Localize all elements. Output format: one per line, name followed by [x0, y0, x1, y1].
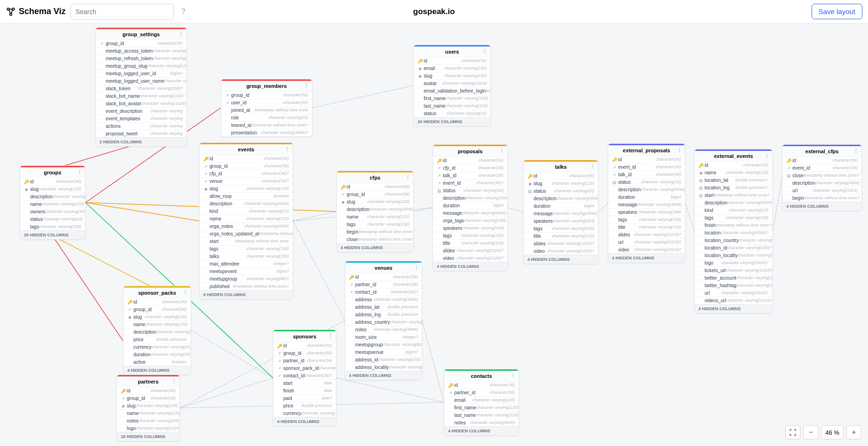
help-icon[interactable]: ?: [181, 8, 186, 16]
column-row[interactable]: last_namecharacter varying(120): [444, 411, 519, 419]
column-row[interactable]: videocharacter varying(1024)?: [433, 254, 507, 262]
column-row[interactable]: 🔑idcharacter(36): [783, 156, 861, 164]
column-row[interactable]: statuscharacter varying(10): [20, 215, 85, 223]
table-partners[interactable]: partners⋮🔑idcharacter(36)↗group_idcharac…: [116, 375, 180, 441]
column-row[interactable]: ↗partner_idcharacter(36): [273, 357, 336, 364]
column-row[interactable]: begintimestamp without time zone?: [337, 228, 413, 235]
column-row[interactable]: ▤statuscharacter varying(10): [608, 178, 685, 186]
column-row[interactable]: messagecharacter varying(4096): [524, 210, 598, 217]
column-row[interactable]: ◆slugcharacter varying(120): [524, 180, 598, 187]
column-row[interactable]: location_localitycharacter varying(30)?: [695, 251, 772, 259]
column-row[interactable]: ownerscharacter varying(369): [20, 208, 85, 215]
column-row[interactable]: ↗group_idcharacter(36): [273, 349, 336, 357]
hidden-columns[interactable]: 20 HIDDEN COLUMNS: [414, 117, 490, 126]
hidden-columns[interactable]: 2 HIDDEN COLUMNS: [96, 137, 186, 146]
column-row[interactable]: address_lngdouble precision: [345, 311, 422, 318]
column-row[interactable]: slidescharacter varying(1024)?: [433, 247, 507, 254]
column-row[interactable]: startdate: [273, 379, 336, 387]
column-row[interactable]: locationcharacter varying(4096)?: [695, 229, 772, 236]
column-row[interactable]: ↗partner_idcharacter(36): [444, 389, 519, 396]
table-venues[interactable]: venues⋮🔑idcharacter(36)↗partner_idcharac…: [345, 261, 422, 380]
column-row[interactable]: speakerscharacter varying(184): [524, 217, 598, 225]
column-row[interactable]: 🔑idcharacter(36): [444, 381, 519, 389]
column-row[interactable]: ↗user_idcharacter(36): [221, 99, 312, 106]
column-row[interactable]: meetup_refresh_tokencharacter varying(20…: [96, 55, 186, 62]
column-row[interactable]: ↗talk_idcharacter(36): [433, 172, 507, 179]
table-menu-icon[interactable]: ⋮: [511, 373, 516, 379]
column-row[interactable]: urlcharacter varying(1024)?: [695, 289, 772, 297]
column-row[interactable]: descriptioncharacter varying(4096): [200, 200, 293, 207]
column-row[interactable]: activeboolean: [124, 358, 191, 366]
column-row[interactable]: namecharacter varying(120): [124, 321, 191, 328]
column-row[interactable]: ▤location_latdouble precision?: [695, 176, 772, 184]
column-row[interactable]: ▤statuscharacter varying(10): [433, 187, 507, 194]
column-row[interactable]: notescharacter varying(4096): [444, 419, 519, 426]
column-row[interactable]: address_localitycharacter varying(150)?: [345, 363, 422, 371]
table-menu-icon[interactable]: ⋮: [853, 148, 859, 154]
column-row[interactable]: publishedtimestamp without time zone?: [200, 282, 293, 290]
hidden-columns[interactable]: 4 HIDDEN COLUMNS: [608, 253, 685, 262]
column-row[interactable]: speakerscharacter varying(184): [433, 224, 507, 232]
column-row[interactable]: proposal_tweetcharacter varying: [96, 130, 186, 137]
column-row[interactable]: pricedouble precision: [124, 336, 191, 343]
column-row[interactable]: messagecharacter varying(4096): [608, 201, 685, 208]
column-row[interactable]: currencycharacter varying(10): [273, 409, 336, 417]
column-row[interactable]: allow_rsvpboolean: [200, 192, 293, 200]
column-row[interactable]: pricedouble precision: [273, 402, 336, 409]
column-row[interactable]: 🔑idcharacter(36): [273, 342, 336, 349]
column-row[interactable]: logocharacter varying(1024): [117, 424, 179, 432]
column-row[interactable]: location_countrycharacter varying(30)?: [695, 236, 772, 244]
column-row[interactable]: ◆slugcharacter varying(120): [117, 402, 179, 409]
column-row[interactable]: last_namecharacter varying(120): [414, 102, 490, 110]
table-sponsors[interactable]: sponsors⋮🔑idcharacter(36)↗group_idcharac…: [273, 329, 336, 426]
column-row[interactable]: finishtimestamp without time zone?: [695, 221, 772, 229]
column-row[interactable]: talkscharacter varying(258): [200, 252, 293, 260]
column-row[interactable]: descriptioncharacter varying(4096): [695, 199, 772, 206]
column-row[interactable]: descriptioncharacter varying(4096): [433, 194, 507, 202]
table-talks[interactable]: talks⋮🔑idcharacter(36)◆slugcharacter var…: [523, 160, 598, 264]
column-row[interactable]: ▤statuscharacter varying(10): [524, 187, 598, 195]
column-row[interactable]: descriptioncharacter varying(4096): [608, 186, 685, 193]
column-row[interactable]: leaved_attimestamp without time zone?: [221, 121, 312, 129]
column-row[interactable]: orga_notes_updated_attimestamp without t…: [200, 230, 293, 237]
column-row[interactable]: joined_attimestamp without time zone: [221, 106, 312, 114]
column-row[interactable]: rolecharacter varying(10): [221, 114, 312, 121]
canvas[interactable]: group_settings⋮↗group_idcharacter(36)mee…: [0, 23, 868, 446]
column-row[interactable]: address_countrycharacter varying(30): [345, 318, 422, 326]
column-row[interactable]: ◆emailcharacter varying(120): [414, 64, 490, 72]
column-row[interactable]: ↗cfp_idcharacter(36): [433, 164, 507, 172]
column-row[interactable]: ↗group_idcharacter(36): [117, 394, 179, 402]
column-row[interactable]: ↗partner_idcharacter(36): [345, 281, 422, 288]
column-row[interactable]: ↗event_idcharacter(36): [608, 163, 685, 171]
column-row[interactable]: ◆slugcharacter varying(120): [414, 72, 490, 79]
column-row[interactable]: finishdate: [273, 387, 336, 394]
column-row[interactable]: titlecharacter varying(120): [608, 223, 685, 231]
column-row[interactable]: slack_bot_avatarcharacter varying(1024)?: [96, 100, 186, 107]
table-menu-icon[interactable]: ⋮: [414, 265, 419, 271]
column-row[interactable]: email_validation_before_loginboolean: [414, 87, 490, 94]
table-menu-icon[interactable]: ⋮: [677, 147, 682, 153]
column-row[interactable]: meetup_logged_user_namecharacter varying…: [96, 77, 186, 85]
column-row[interactable]: ↗group_idcharacter(36): [124, 305, 191, 313]
column-row[interactable]: descriptioncharacter varying(4096): [20, 193, 85, 200]
column-row[interactable]: durationbigint: [433, 202, 507, 209]
zoom-out-button[interactable]: −: [803, 425, 818, 439]
table-menu-icon[interactable]: ⋮: [482, 48, 488, 55]
hidden-columns[interactable]: 4 HIDDEN COLUMNS: [337, 243, 413, 252]
column-row[interactable]: descriptioncharacter varying(4096): [124, 328, 191, 336]
column-row[interactable]: meetupgroupcharacter varying(80)?: [200, 275, 293, 282]
column-row[interactable]: speakerscharacter varying(184): [608, 208, 685, 216]
column-row[interactable]: begintimestamp without time zone?: [783, 194, 861, 202]
table-groups[interactable]: groups⋮🔑idcharacter(36)◆slugcharacter va…: [20, 165, 85, 240]
column-row[interactable]: 🔑idcharacter(36): [608, 156, 685, 163]
column-row[interactable]: namecharacter varying(120): [20, 200, 85, 208]
column-row[interactable]: address_idcharacter varying(150): [345, 356, 422, 363]
column-row[interactable]: descriptioncharacter varying(4096): [337, 205, 413, 213]
column-row[interactable]: tagscharacter varying(150): [337, 220, 413, 228]
column-row[interactable]: descriptioncharacter varying(4096): [524, 195, 598, 202]
column-row[interactable]: ◆slugcharacter varying(120): [124, 313, 191, 321]
column-row[interactable]: notescharacter varying(4096): [117, 417, 179, 424]
table-users[interactable]: users⋮🔑idcharacter(36)◆emailcharacter va…: [413, 45, 491, 126]
column-row[interactable]: event_descriptioncharacter varying: [96, 107, 186, 115]
column-row[interactable]: ↗event_idcharacter(36): [783, 164, 861, 172]
